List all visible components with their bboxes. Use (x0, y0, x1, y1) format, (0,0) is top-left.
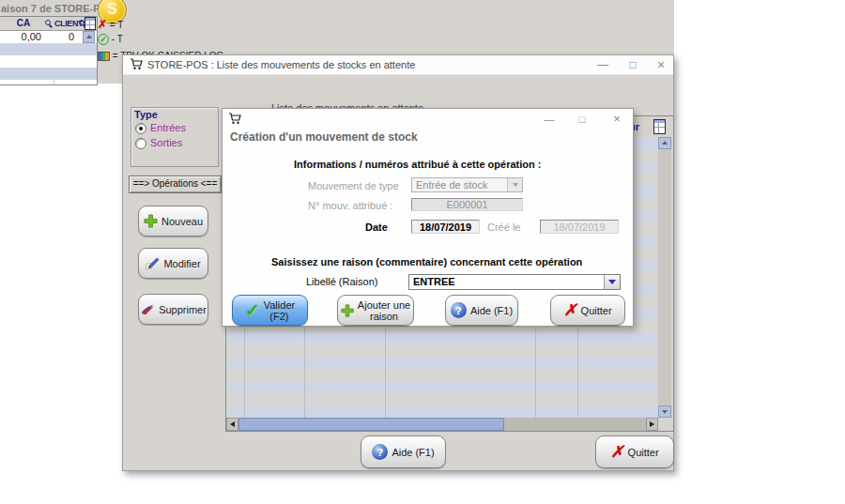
vertical-scrollbar[interactable] (658, 137, 671, 418)
red-x-icon: ✗ (563, 302, 576, 318)
table-row[interactable] (0, 43, 97, 55)
scrollbar-corner (658, 418, 671, 431)
reason-section-label: Saisissez une raison (commentaire) conce… (271, 256, 582, 267)
red-x-icon: ✗ (610, 444, 623, 460)
legend-item: ✓ - T (98, 34, 123, 45)
button-label: Supprimer (159, 304, 207, 315)
tpv-icon (98, 52, 110, 61)
search-icon[interactable] (45, 20, 53, 27)
grid-icon[interactable] (653, 119, 666, 134)
cart-icon (130, 58, 143, 70)
quit-button[interactable]: ✗ Quitter (550, 295, 625, 326)
window-title: STORE-POS : Liste des mouvements de stoc… (147, 59, 415, 70)
selected-value: Entrée de stock (416, 179, 487, 191)
reason-field-label: Libellé (Raison) (306, 276, 377, 287)
button-label: Quitter (628, 447, 659, 458)
help-button[interactable]: ? Aide (F1) (361, 435, 446, 468)
cell-clients: 0 (43, 31, 74, 43)
edit-button[interactable]: Modifier (138, 248, 208, 279)
number-field-label: N° mouv. attribué : (308, 200, 392, 211)
scroll-down-button[interactable] (658, 405, 671, 418)
radio-label: Sorties (150, 137, 182, 148)
legend-item: ✗ = T (98, 18, 123, 31)
button-label: Aide (F1) (392, 447, 434, 458)
stats-table-header: CA CLIENTS (0, 17, 97, 31)
operations-button[interactable]: ==> Opérations <== (129, 176, 222, 193)
button-label: Aide (F1) (470, 305, 513, 316)
grid-icon[interactable] (84, 17, 96, 30)
legend-text: - T (112, 34, 123, 44)
type-label: Type (134, 109, 158, 120)
maximize-button[interactable]: □ (571, 113, 593, 126)
new-button[interactable]: Nouveau (138, 206, 208, 237)
mini-scroll-up-button[interactable] (83, 31, 95, 43)
green-check-icon: ✓ (98, 34, 109, 45)
minimize-button[interactable]: — (538, 113, 561, 126)
scrollbar-thumb[interactable] (238, 418, 504, 431)
check-icon: ✓ (245, 301, 260, 319)
button-label: Ajouter uneraison (358, 299, 410, 322)
movement-number-field: E000001 (411, 198, 523, 211)
radio-button-icon[interactable] (135, 138, 146, 149)
button-label: Quitter (581, 305, 612, 316)
created-field-label: Créé le (487, 221, 520, 233)
question-icon: ? (451, 302, 467, 318)
scroll-left-button[interactable] (226, 418, 238, 431)
validate-button[interactable]: ✓ Valider(F2) (232, 295, 308, 326)
add-reason-button[interactable]: Ajouter uneraison (337, 295, 414, 326)
button-label: Nouveau (161, 216, 203, 227)
table-row[interactable] (0, 68, 97, 80)
scroll-up-button[interactable] (658, 137, 671, 149)
table-row[interactable] (0, 55, 97, 68)
type-groupbox: Type Entrées Sorties (131, 107, 219, 167)
red-x-icon: ✗ (98, 18, 107, 31)
cell-ca: 0,00 (0, 31, 41, 43)
plus-icon (144, 214, 158, 228)
pencil-icon (146, 256, 160, 270)
movement-type-select: Entrée de stock (411, 177, 523, 192)
dialog-title: Création d'un mouvement de stock (230, 130, 418, 144)
radio-label: Entrées (150, 122, 186, 133)
eraser-icon (140, 302, 155, 316)
help-button[interactable]: ? Aide (F1) (445, 295, 518, 326)
chevron-down-icon[interactable] (604, 275, 620, 289)
radio-button-icon[interactable] (135, 123, 146, 134)
stats-table: CA CLIENTS 0,00 0 (0, 16, 98, 85)
chevron-down-icon (507, 178, 522, 191)
main-titlebar[interactable]: STORE-POS : Liste des mouvements de stoc… (123, 55, 673, 75)
date-field-label: Date (365, 221, 388, 233)
date-field[interactable]: 18/07/2019 (411, 220, 480, 234)
info-section-label: Informations / numéros attribué à cette … (294, 159, 541, 170)
create-movement-dialog: — □ × Création d'un mouvement de stock I… (222, 108, 634, 327)
question-icon: ? (372, 444, 388, 460)
plus-icon (341, 304, 354, 317)
delete-button[interactable]: Supprimer (138, 294, 208, 325)
table-row[interactable]: 0,00 0 (0, 31, 83, 43)
scroll-right-button[interactable] (646, 418, 658, 431)
close-button[interactable]: × (649, 57, 673, 72)
close-button[interactable]: × (606, 113, 628, 126)
legend-text: = T (110, 20, 124, 30)
button-label: Valider(F2) (264, 299, 295, 322)
type-field-label: Mouvement de type (308, 180, 399, 191)
cart-icon (228, 113, 241, 125)
minimize-button[interactable]: — (591, 57, 615, 72)
desktop: aison 7 de STORE-POS S CA CLIENTS 0,00 0… (0, 0, 845, 504)
selected-value: ENTREE (413, 276, 455, 287)
reason-select[interactable]: ENTREE (408, 274, 621, 290)
maximize-button[interactable]: □ (621, 57, 645, 72)
created-date-field: 18/07/2019 (540, 220, 619, 234)
quit-button[interactable]: ✗ Quitter (595, 435, 674, 468)
button-label: Modifier (163, 258, 200, 269)
horizontal-scrollbar[interactable] (226, 418, 658, 431)
column-header-ca[interactable]: CA (0, 18, 47, 28)
